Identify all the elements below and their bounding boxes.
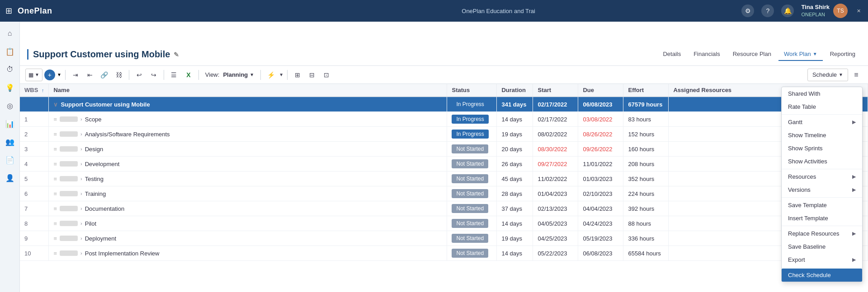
expand-icon[interactable]: › xyxy=(80,146,82,152)
cell-wbs: 9 xyxy=(20,231,49,246)
summary-status-badge: In Progress xyxy=(452,100,488,109)
table-header: WBS ↑ Name Status Duration Start Due Eff… xyxy=(20,84,868,97)
clock-icon[interactable]: ⏱ xyxy=(2,61,18,78)
menu-show-sprints[interactable]: Show Sprints xyxy=(782,142,862,155)
view-selector[interactable]: View: Planning ▼ xyxy=(203,70,257,79)
expand-icon[interactable]: › xyxy=(80,221,82,226)
cell-wbs: 4 xyxy=(20,157,49,171)
summary-row: ∨ Support Customer using Mobile In Progr… xyxy=(20,97,868,112)
drag-handle-icon[interactable]: ≡ xyxy=(53,161,57,167)
filter-dropdown-arrow[interactable]: ▼ xyxy=(279,72,283,77)
menu-versions[interactable]: Versions ▶ xyxy=(782,183,862,196)
window-close[interactable]: ✕ xyxy=(855,6,863,16)
link-icon[interactable]: 🔗 xyxy=(98,69,111,81)
settings-icon[interactable]: ⚙ xyxy=(741,5,754,17)
edit-title-icon[interactable]: ✎ xyxy=(174,51,179,58)
menu-gantt[interactable]: Gantt ▶ xyxy=(782,116,862,129)
columns-icon[interactable]: ⊞ xyxy=(291,69,304,81)
menu-check-schedule[interactable]: Check Schedule xyxy=(782,269,862,282)
fit-icon[interactable]: ⊡ xyxy=(320,69,333,81)
menu-save-template[interactable]: Save Template xyxy=(782,199,862,212)
menu-show-timeline[interactable]: Show Timeline xyxy=(782,129,862,142)
menu-replace-resources[interactable]: Replace Resources ▶ xyxy=(782,227,862,240)
export-arrow: ▶ xyxy=(852,257,856,263)
cell-effort: 392 hours xyxy=(623,201,669,216)
expand-icon[interactable]: › xyxy=(80,191,82,196)
people-icon[interactable]: 👥 xyxy=(2,134,18,150)
drag-handle-icon[interactable]: ≡ xyxy=(53,205,57,212)
report-icon[interactable]: 📄 xyxy=(2,152,18,168)
cell-name: ≡ › Analysis/Software Requirements xyxy=(49,127,447,142)
redo-icon[interactable]: ↪ xyxy=(147,69,160,81)
expand-icon[interactable]: › xyxy=(80,116,82,122)
expand-icon[interactable]: › xyxy=(80,236,82,241)
cell-status: Not Started xyxy=(447,216,497,231)
tab-resource-plan[interactable]: Resource Plan xyxy=(727,48,777,61)
menu-resources[interactable]: Resources ▶ xyxy=(782,170,862,183)
drag-handle-icon[interactable]: ≡ xyxy=(53,176,57,182)
schedule-dropdown-btn[interactable]: Schedule ▼ xyxy=(807,69,848,81)
unlink-icon[interactable]: ⛓ xyxy=(113,69,125,81)
notifications-icon[interactable]: 🔔 xyxy=(781,5,794,17)
menu-insert-template[interactable]: Insert Template xyxy=(782,212,862,225)
chart-bar-icon[interactable]: 📊 xyxy=(2,116,18,132)
header-bar: Support Customer using Mobile ✎ Details … xyxy=(20,43,868,66)
drag-handle-icon[interactable]: ≡ xyxy=(53,250,57,257)
bulb-icon[interactable]: 💡 xyxy=(2,79,18,96)
clipboard-icon[interactable]: 📋 xyxy=(2,43,18,60)
drag-handle-icon[interactable]: ≡ xyxy=(53,116,57,123)
filter-icon[interactable]: ⚡ xyxy=(264,69,277,81)
menu-save-baseline[interactable]: Save Baseline xyxy=(782,240,862,253)
undo-icon[interactable]: ↩ xyxy=(133,69,146,81)
add-btn[interactable]: + xyxy=(44,70,55,80)
indent-more-icon[interactable]: ⇥ xyxy=(69,69,82,81)
separator-1 xyxy=(65,70,66,80)
cell-start: 02/13/2023 xyxy=(533,201,578,216)
menu-shared-with[interactable]: Shared With xyxy=(782,87,862,100)
help-icon[interactable]: ? xyxy=(761,5,774,17)
menu-show-activities[interactable]: Show Activities xyxy=(782,155,862,168)
cell-start: 11/02/2022 xyxy=(533,171,578,186)
person-icon[interactable]: 👤 xyxy=(2,170,18,186)
add-dropdown-arrow[interactable]: ▼ xyxy=(57,72,61,77)
indent-less-icon[interactable]: ⇤ xyxy=(84,69,96,81)
menu-rate-table[interactable]: Rate Table xyxy=(782,100,862,113)
excel-icon[interactable]: X xyxy=(182,69,195,81)
col-header-due: Due xyxy=(578,84,623,97)
expand-icon[interactable]: › xyxy=(80,250,82,256)
cell-start: 04/05/2023 xyxy=(533,216,578,231)
table-view-btn[interactable]: ▦ ▼ xyxy=(25,69,42,81)
summary-duration: 341 days xyxy=(497,97,533,112)
drag-handle-icon[interactable]: ≡ xyxy=(53,190,57,197)
work-plan-dropdown-arrow: ▼ xyxy=(813,51,817,56)
cell-start: 05/22/2023 xyxy=(533,246,578,261)
drag-handle-icon[interactable]: ≡ xyxy=(53,235,57,242)
home-icon[interactable]: ⌂ xyxy=(2,25,18,42)
status-badge: In Progress xyxy=(452,130,488,139)
collapse-icon[interactable]: ∨ xyxy=(53,101,58,108)
menu-export[interactable]: Export ▶ xyxy=(782,253,862,266)
tab-reporting[interactable]: Reporting xyxy=(825,48,861,61)
cell-due: 05/19/2023 xyxy=(578,231,623,246)
side-navigation: ⌂ 📋 ⏱ 💡 ◎ 📊 👥 📄 👤 xyxy=(0,22,20,292)
more-options-btn[interactable]: ≡ xyxy=(850,69,863,81)
expand-icon[interactable]: › xyxy=(80,161,82,167)
tab-details[interactable]: Details xyxy=(657,48,686,61)
target-icon[interactable]: ◎ xyxy=(2,97,18,114)
table-row: 2 ≡ › Analysis/Software Requirements In … xyxy=(20,127,868,142)
expand-icon[interactable]: › xyxy=(80,131,82,137)
status-badge: Not Started xyxy=(452,234,488,243)
tab-financials[interactable]: Financials xyxy=(688,48,726,61)
row-height-icon[interactable]: ⊟ xyxy=(306,69,318,81)
expand-icon[interactable]: › xyxy=(80,206,82,211)
task-icon[interactable]: ☰ xyxy=(168,69,180,81)
expand-icon[interactable]: › xyxy=(80,176,82,181)
user-avatar[interactable]: TS xyxy=(833,4,848,18)
tab-work-plan[interactable]: Work Plan ▼ xyxy=(778,48,823,61)
grid-icon[interactable]: ⊞ xyxy=(5,6,12,16)
drag-handle-icon[interactable]: ≡ xyxy=(53,131,57,138)
cell-name: ≡ › Testing xyxy=(49,171,447,186)
drag-handle-icon[interactable]: ≡ xyxy=(53,146,57,153)
drag-handle-icon[interactable]: ≡ xyxy=(53,220,57,227)
cell-wbs: 6 xyxy=(20,186,49,201)
